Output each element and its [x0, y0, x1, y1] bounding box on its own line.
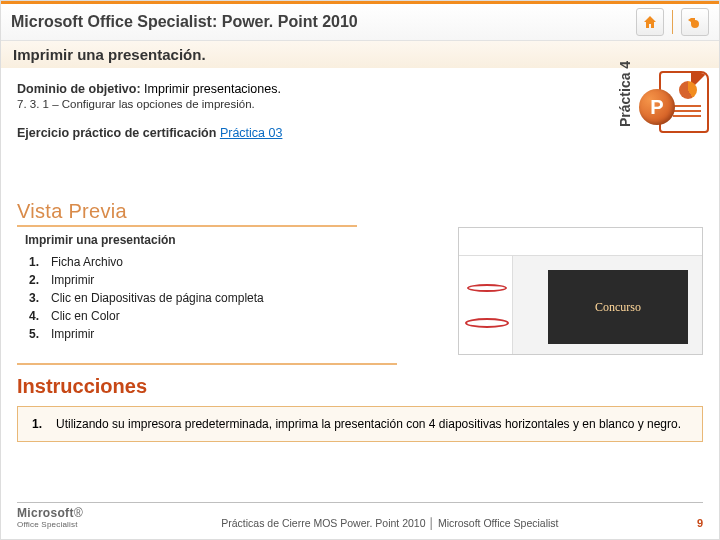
list-item: 1.Ficha Archivo [25, 253, 264, 271]
back-icon[interactable] [681, 8, 709, 36]
instructions-heading: Instrucciones [17, 375, 703, 398]
right-block: Práctica 4 P [619, 67, 709, 187]
domain-value: Imprimir presentaciones. [144, 82, 281, 96]
header-separator [672, 10, 673, 34]
app-title: Microsoft Office Specialist: Power. Poin… [11, 13, 636, 31]
footer-center-text: Prácticas de Cierre MOS Power. Point 201… [83, 517, 697, 529]
step-text: Clic en Color [51, 307, 120, 325]
list-item: 3.Clic en Diapositivas de página complet… [25, 289, 264, 307]
thumbnail-slide-title: Concurso [548, 270, 688, 344]
step-text: Imprimir [51, 271, 94, 289]
instruction-text: Utilizando su impresora predeterminada, … [56, 417, 681, 431]
header-icons [636, 8, 709, 36]
subtitle-bar: Imprimir una presentación. [1, 41, 719, 68]
logo-program: Office Specialist [17, 520, 78, 529]
preview-heading: Vista Previa [17, 200, 357, 227]
list-item: 4.Clic en Color [25, 307, 264, 325]
practice-number-label: Práctica 4 [617, 61, 633, 127]
domain-label: Dominio de objetivo: [17, 82, 141, 96]
footer-divider [17, 502, 703, 503]
preview-thumbnail: Concurso [458, 227, 703, 355]
powerpoint-logo-icon: P [639, 71, 709, 141]
microsoft-logo: Microsoft® Office Specialist [17, 506, 83, 529]
list-item: 2.Imprimir [25, 271, 264, 289]
domain-line: Dominio de objetivo: Imprimir presentaci… [17, 82, 703, 96]
exercise-link[interactable]: Práctica 03 [220, 126, 283, 140]
instruction-index: 1. [32, 417, 42, 431]
list-item: 5.Imprimir [25, 325, 264, 343]
exercise-label: Ejercicio práctico de certificación [17, 126, 216, 140]
rule [17, 363, 397, 365]
page-subtitle: Imprimir una presentación. [13, 46, 707, 63]
exercise-line: Ejercicio práctico de certificación Prác… [17, 126, 703, 140]
step-text: Clic en Diapositivas de página completa [51, 289, 264, 307]
step-list: 1.Ficha Archivo 2.Imprimir 3.Clic en Dia… [25, 253, 264, 343]
logo-brand: Microsoft [17, 506, 74, 520]
p-badge: P [639, 89, 675, 125]
title-bar: Microsoft Office Specialist: Power. Poin… [1, 1, 719, 41]
objective-zone: Dominio de objetivo: Imprimir presentaci… [1, 68, 719, 198]
step-text: Imprimir [51, 325, 94, 343]
instructions-box: 1. Utilizando su impresora predeterminad… [17, 406, 703, 442]
step-text: Ficha Archivo [51, 253, 123, 271]
page-number: 9 [697, 517, 703, 529]
footer: Microsoft® Office Specialist Prácticas d… [17, 506, 703, 529]
home-icon[interactable] [636, 8, 664, 36]
domain-subline: 7. 3. 1 – Configurar las opciones de imp… [17, 98, 703, 110]
preview-row: 1.Ficha Archivo 2.Imprimir 3.Clic en Dia… [25, 253, 703, 355]
